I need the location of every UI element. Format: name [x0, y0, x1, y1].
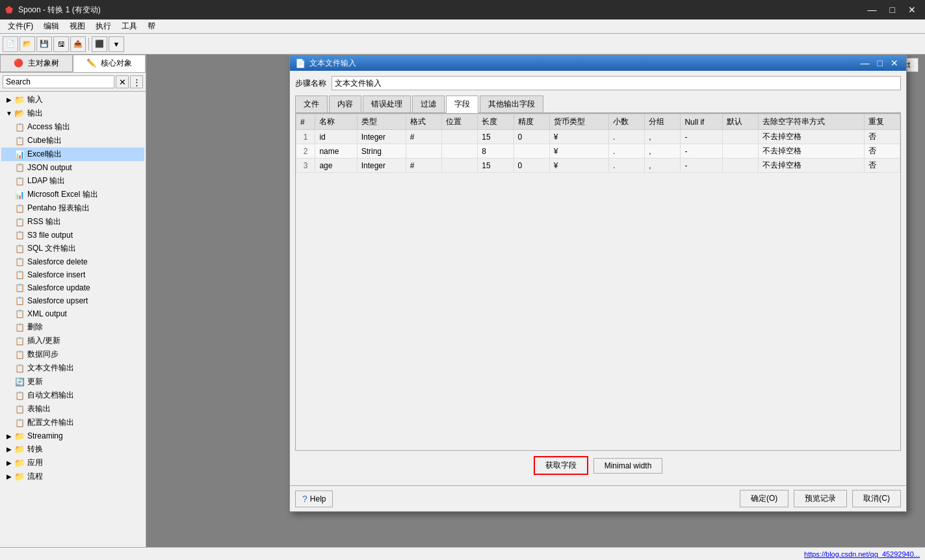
clear-search-btn[interactable]: ✕	[116, 75, 129, 88]
tree-item-msexcel[interactable]: 📊 Microsoft Excel 输出	[1, 188, 144, 201]
get-fields-button[interactable]: 获取字段	[534, 456, 588, 475]
tab-fields[interactable]: 字段	[446, 95, 478, 113]
dialog-title-buttons: — □ ✕	[858, 58, 901, 68]
minimize-btn[interactable]: —	[864, 3, 881, 16]
preview-button[interactable]: 预览记录	[794, 490, 847, 507]
menu-help[interactable]: 帮	[142, 19, 161, 33]
tree-item-pentaho[interactable]: 📋 Pentaho 报表输出	[1, 201, 144, 215]
table-row[interactable]: 1 id Integer # 15 0 ¥ . ,	[296, 130, 900, 144]
maximize-btn[interactable]: □	[886, 3, 899, 16]
col-length: 长度	[478, 114, 514, 130]
tree-item-access[interactable]: 📋 Access 输出	[1, 120, 144, 134]
menu-tools[interactable]: 工具	[116, 19, 142, 33]
tree-item-transform[interactable]: ▶ 📁 转换	[1, 442, 144, 456]
tab-main-objects[interactable]: 🔴 主对象树	[0, 55, 73, 72]
search-options-btn[interactable]: ⋮	[130, 75, 143, 88]
cell-row2-name: name	[315, 144, 357, 159]
toolbar-open[interactable]: 📂	[20, 36, 35, 52]
toolbar-new[interactable]: 📄	[3, 36, 18, 52]
tree-item-autodoc[interactable]: 📋 自动文档输出	[1, 388, 144, 402]
dialog-close-btn[interactable]: ✕	[888, 58, 901, 68]
tree-item-sql[interactable]: 📋 SQL 文件输出	[1, 242, 144, 255]
tab-other-fields[interactable]: 其他输出字段	[480, 95, 543, 112]
minimal-width-button[interactable]: Minimal width	[593, 458, 663, 474]
toolbar-save[interactable]: 💾	[36, 36, 52, 52]
tree-item-rss[interactable]: 📋 RSS 输出	[1, 215, 144, 229]
ok-button[interactable]: 确定(O)	[740, 490, 788, 507]
tree-item-datasync[interactable]: 📋 数据同步	[1, 348, 144, 361]
close-btn[interactable]: ✕	[904, 3, 920, 16]
tree-item-xml[interactable]: 📋 XML output	[1, 307, 144, 320]
toggle-input[interactable]: ▶	[4, 96, 14, 103]
dialog-minimize-btn[interactable]: —	[858, 58, 872, 68]
tree-item-insertupdate[interactable]: 📋 插入/更新	[1, 334, 144, 348]
tree-item-delete[interactable]: 📋 删除	[1, 320, 144, 334]
tab-filter[interactable]: 过滤	[412, 95, 445, 112]
menu-run[interactable]: 执行	[90, 19, 116, 33]
tree-item-sfupsert[interactable]: 📋 Salesforce upsert	[1, 294, 144, 307]
tree-item-streaming[interactable]: ▶ 📁 Streaming	[1, 429, 144, 442]
tree-label-rss: RSS 输出	[27, 216, 61, 227]
tree-label-transform: 转换	[27, 444, 43, 455]
help-button[interactable]: ? Help	[295, 490, 333, 507]
tab-core-objects[interactable]: ✏️ 核心对象	[73, 55, 146, 72]
tree-item-apply[interactable]: ▶ 📁 应用	[1, 456, 144, 470]
title-bar: ⬟ Spoon - 转换 1 (有变动) — □ ✕	[0, 0, 925, 19]
tree-label-msexcel: Microsoft Excel 输出	[27, 189, 98, 200]
table-row[interactable]: 2 name String 8 ¥ . ,	[296, 144, 900, 159]
tree-item-update[interactable]: 🔄 更新	[1, 375, 144, 388]
col-position: 位置	[442, 114, 478, 130]
search-input[interactable]	[3, 75, 114, 88]
tab-error[interactable]: 错误处理	[363, 95, 411, 112]
tree-item-flow[interactable]: ▶ 📁 流程	[1, 470, 144, 483]
dialog-title: 文本文件输入	[309, 58, 356, 69]
item-icon-cube: 📋	[14, 136, 25, 146]
toggle-flow[interactable]: ▶	[4, 473, 14, 480]
toolbar-export[interactable]: 📤	[70, 36, 86, 52]
tree-item-sfupdate[interactable]: 📋 Salesforce update	[1, 281, 144, 294]
cell-row2-trim: 不去掉空格	[758, 144, 864, 159]
cell-row1-group: ,	[645, 130, 681, 144]
sidebar-tree: ▶ 📁 输入 ▼ 📂 输出 📋 Access 输出 📋 Cube输出	[0, 92, 146, 547]
toggle-streaming[interactable]: ▶	[4, 433, 14, 440]
toolbar-save-as[interactable]: 🖫	[53, 36, 69, 52]
dialog-maximize-btn[interactable]: □	[875, 58, 885, 68]
tree-item-s3[interactable]: 📋 S3 file output	[1, 229, 144, 242]
cancel-button[interactable]: 取消(C)	[852, 490, 901, 507]
status-link[interactable]: https://blog.csdn.net/qq_45292940...	[804, 550, 920, 558]
cell-row1-trim: 不去掉空格	[758, 130, 864, 144]
tree-item-configout[interactable]: 📋 配置文件输出	[1, 416, 144, 429]
tree-item-textout[interactable]: 📋 文本文件输出	[1, 361, 144, 375]
tree-item-tableout[interactable]: 📋 表输出	[1, 402, 144, 416]
menu-view[interactable]: 视图	[64, 19, 90, 33]
toggle-apply[interactable]: ▶	[4, 459, 14, 466]
table-row[interactable]: 3 age Integer # 15 0 ¥ . ,	[296, 159, 900, 173]
step-name-input[interactable]	[332, 76, 901, 90]
col-currency: 货币类型	[549, 114, 608, 130]
menu-file[interactable]: 文件(F)	[3, 19, 38, 33]
tree-item-sfinsert[interactable]: 📋 Salesforce insert	[1, 268, 144, 281]
tree-item-excel[interactable]: 📊 Excel输出	[1, 147, 144, 161]
sidebar-tabs: 🔴 主对象树 ✏️ 核心对象	[0, 55, 146, 73]
menu-bar: 文件(F) 编辑 视图 执行 工具 帮	[0, 19, 925, 34]
cell-row2-length: 8	[478, 144, 514, 159]
cell-row2-currency: ¥	[549, 144, 608, 159]
tree-item-ldap[interactable]: 📋 LDAP 输出	[1, 174, 144, 188]
tree-item-input[interactable]: ▶ 📁 输入	[1, 93, 144, 107]
menu-edit[interactable]: 编辑	[38, 19, 64, 33]
toolbar-dropdown[interactable]: ▼	[109, 36, 124, 52]
tree-label-excel: Excel输出	[27, 149, 62, 160]
cell-row2-precision	[514, 144, 549, 159]
tab-content[interactable]: 内容	[329, 95, 361, 112]
help-icon: ?	[302, 494, 307, 504]
tree-item-cube[interactable]: 📋 Cube输出	[1, 134, 144, 147]
tree-item-json[interactable]: 📋 JSON output	[1, 161, 144, 174]
tab-file[interactable]: 文件	[295, 95, 328, 112]
toggle-transform[interactable]: ▶	[4, 446, 14, 453]
tree-item-output[interactable]: ▼ 📂 输出	[1, 107, 144, 120]
dialog-title-bar: 📄 文本文件输入 — □ ✕	[290, 55, 906, 71]
col-group: 分组	[645, 114, 681, 130]
toolbar-layers[interactable]: ⬛	[92, 36, 107, 52]
tree-item-sfdelete[interactable]: 📋 Salesforce delete	[1, 255, 144, 268]
toggle-output[interactable]: ▼	[4, 110, 14, 117]
